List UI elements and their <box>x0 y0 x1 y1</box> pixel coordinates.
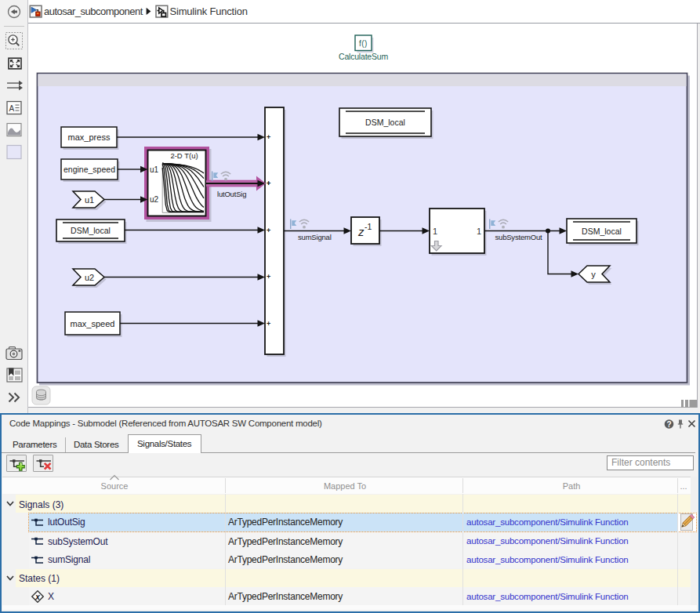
svg-text:-1: -1 <box>365 222 372 231</box>
svg-text:sumSignal: sumSignal <box>298 233 332 241</box>
svg-text:DSM_local: DSM_local <box>582 227 622 236</box>
svg-text:+: + <box>267 320 270 328</box>
svg-text:+: + <box>267 180 270 187</box>
svg-text:DSM_local: DSM_local <box>71 226 111 235</box>
svg-text:CalculateSum: CalculateSum <box>339 52 388 61</box>
svg-text:?: ? <box>666 420 671 429</box>
svg-text:1: 1 <box>433 227 437 236</box>
svg-text:z: z <box>357 225 365 238</box>
svg-text:+: + <box>267 133 270 141</box>
svg-text:u2: u2 <box>85 273 94 282</box>
svg-text:2-D T(u): 2-D T(u) <box>170 151 198 160</box>
svg-text:...: ... <box>680 481 687 491</box>
svg-text:Path: Path <box>563 481 581 491</box>
svg-text:A: A <box>9 104 15 113</box>
svg-text:1: 1 <box>477 227 481 236</box>
svg-text:u1: u1 <box>85 195 94 205</box>
svg-text:u1: u1 <box>150 165 159 174</box>
svg-text:y: y <box>591 270 596 279</box>
svg-text:+: + <box>267 273 270 281</box>
svg-text:DSM_local: DSM_local <box>365 118 405 127</box>
svg-text:u2: u2 <box>150 195 159 204</box>
svg-text:subSystemOut: subSystemOut <box>495 233 542 241</box>
svg-text:f(): f() <box>359 39 368 48</box>
svg-text:Source: Source <box>101 481 129 491</box>
svg-text:+: + <box>267 227 270 234</box>
svg-text:max_speed: max_speed <box>71 319 115 328</box>
svg-text:max_press: max_press <box>68 132 111 142</box>
svg-text:engine_speed: engine_speed <box>63 165 115 174</box>
svg-text:Mapped To: Mapped To <box>324 481 366 491</box>
svg-text:lutOutSig: lutOutSig <box>217 190 246 198</box>
